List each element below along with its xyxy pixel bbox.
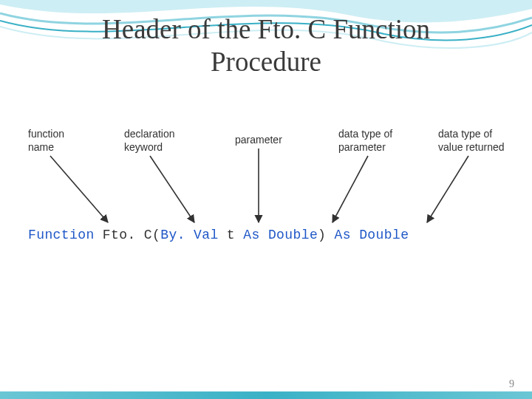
title-line-1: Header of the Fto. C Function xyxy=(0,13,532,46)
kw-function: Function xyxy=(28,228,95,242)
close-paren: ) xyxy=(318,228,326,242)
kw-byval: By. Val xyxy=(160,228,218,242)
function-header-code: Function Fto. C(By. Val t As Double) As … xyxy=(28,228,504,242)
open-paren: ( xyxy=(152,228,160,242)
param-name: t xyxy=(219,228,244,242)
slide-title: Header of the Fto. C Function Procedure xyxy=(0,13,532,78)
kw-as-2: As xyxy=(335,228,351,242)
title-line-2: Procedure xyxy=(0,46,532,78)
kw-as-1: As xyxy=(243,228,259,242)
type-return: Double xyxy=(359,228,409,242)
identifier: Fto. C xyxy=(103,228,152,242)
svg-line-4 xyxy=(427,156,468,222)
page-number: 9 xyxy=(509,378,514,390)
type-param: Double xyxy=(268,228,318,242)
svg-line-0 xyxy=(50,156,108,222)
svg-line-3 xyxy=(332,156,368,222)
svg-line-1 xyxy=(150,156,194,222)
function-header-diagram: function name declaration keyword parame… xyxy=(28,128,504,261)
footer-swoosh xyxy=(0,391,532,399)
